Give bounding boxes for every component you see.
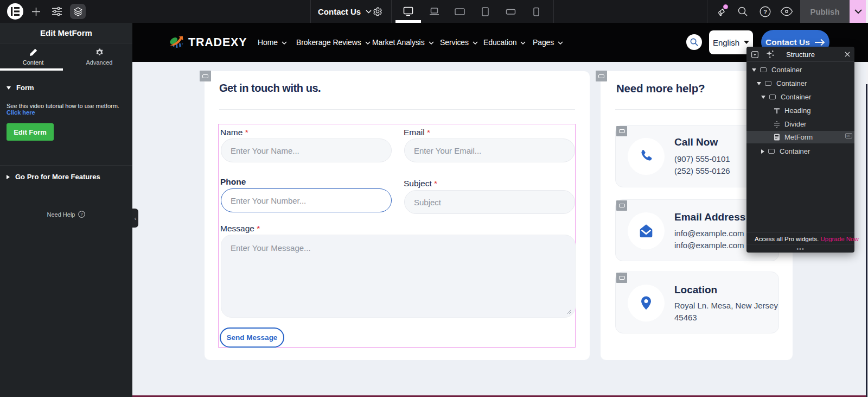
svg-text:?: ? <box>763 8 767 15</box>
svg-text:?: ? <box>81 212 83 217</box>
